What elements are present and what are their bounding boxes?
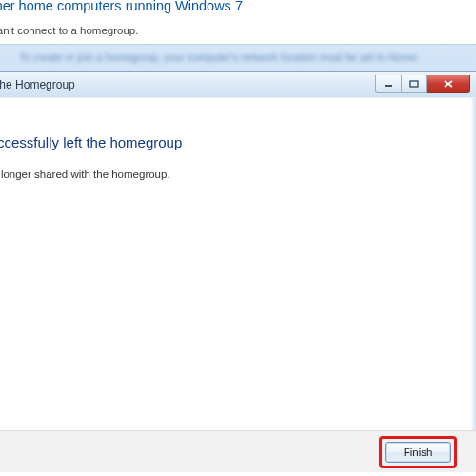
- maximize-button[interactable]: [402, 75, 427, 93]
- close-button[interactable]: [427, 75, 470, 93]
- close-icon: [443, 79, 454, 89]
- svg-rect-0: [385, 85, 392, 87]
- titlebar[interactable]: Leave the Homegroup: [0, 72, 476, 98]
- svg-rect-1: [410, 81, 418, 87]
- dialog-body: You have successfully left the homegroup…: [0, 97, 476, 472]
- success-heading: You have successfully left the homegroup: [0, 134, 182, 150]
- window-frame-edge: [470, 98, 476, 472]
- finish-button[interactable]: Finish: [385, 442, 451, 463]
- finish-highlight: Finish: [379, 436, 457, 468]
- page-title-link: Share with other home computers running …: [0, 0, 243, 13]
- blurred-text-1: To create or join a homegroup, your comp…: [19, 51, 457, 63]
- button-bar: Finish: [0, 430, 476, 472]
- leave-homegroup-dialog: Leave the Homegroup You have successfull…: [0, 71, 476, 472]
- dialog-title: Leave the Homegroup: [0, 78, 75, 91]
- status-text: This computer can't connect to a homegro…: [0, 25, 138, 36]
- minimize-button[interactable]: [375, 75, 402, 93]
- maximize-icon: [409, 80, 419, 88]
- success-body-text: Your files are no longer shared with the…: [0, 169, 170, 180]
- minimize-icon: [384, 80, 393, 88]
